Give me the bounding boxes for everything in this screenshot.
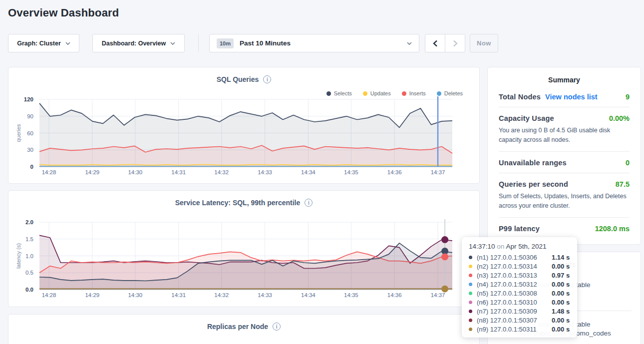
svg-text:30: 30 [27,147,33,153]
sql-queries-chart[interactable]: 030609012014:2814:2914:3014:3114:3214:33… [8,95,472,180]
sql-queries-title: SQL Queries [217,75,259,83]
tooltip-node-label: (n9) 127.0.0.1:50311 [477,326,552,333]
tooltip-node-value: 0.00 s [552,299,570,306]
tooltip-node-value: 0.00 s [552,317,570,324]
svg-text:0.0: 0.0 [25,287,33,293]
svg-text:120: 120 [24,96,33,102]
svg-text:14:35: 14:35 [344,169,358,175]
svg-text:90: 90 [27,113,33,119]
series-dot-icon [469,283,472,286]
tooltip-node-row: (n1) 127.0.0.1:503061.14 s [469,253,570,262]
svg-text:14:37: 14:37 [431,169,445,175]
summary-row: P99 latency1208.0 ms [499,217,630,239]
tooltip-node-value: 0.00 s [552,326,570,333]
tooltip-node-label: (n7) 127.0.0.1:50309 [477,308,552,315]
tooltip-node-row: (n7) 127.0.0.1:503091.48 s [469,307,570,316]
chevron-down-icon [65,42,70,45]
summary-row: Queries per second87.5Sum of Selects, Up… [499,173,630,217]
svg-text:14:28: 14:28 [42,292,56,298]
svg-text:14:33: 14:33 [258,292,272,298]
summary-row-label: Capacity Usage [499,114,554,122]
dashboard-dropdown[interactable]: Dashboard: Overview [92,34,185,52]
series-dot-icon [469,310,472,313]
chevron-right-icon [452,40,458,47]
svg-text:0.5: 0.5 [25,270,33,276]
tooltip-node-row: (n2) 127.0.0.1:503140.00 s [469,262,570,271]
chevron-down-icon [407,42,412,45]
svg-text:14:34: 14:34 [301,169,316,175]
summary-row-description: You are using 0 B of 4.5 GiB usable disk… [499,126,630,145]
summary-row-description: Sum of Selects, Updates, Inserts, and De… [499,192,630,211]
tooltip-node-label: (n4) 127.0.0.1:50312 [477,281,552,288]
summary-row-label: P99 latency [499,225,540,233]
time-nav-group [425,34,465,52]
svg-text:0: 0 [30,164,33,170]
svg-text:14:30: 14:30 [128,292,142,298]
tooltip-node-label: (n5) 127.0.0.1:50308 [477,290,552,297]
tooltip-node-label: (n1) 127.0.0.1:50306 [477,254,552,261]
svg-text:14:37: 14:37 [431,292,445,298]
summary-row-label: Unavailable ranges [499,159,567,167]
svg-text:14:30: 14:30 [128,169,142,175]
summary-row-value: 0 [626,159,630,167]
svg-text:1.5: 1.5 [25,236,33,242]
tooltip-node-row: (n9) 127.0.0.1:503110.00 s [469,325,570,334]
tooltip-timestamp: 14:37:10 on Apr 5th, 2021 [469,243,570,250]
series-dot-icon [469,274,472,277]
series-dot-icon [469,301,472,304]
summary-row-value: 9 [626,93,630,101]
tooltip-node-label: (n3) 127.0.0.1:50313 [477,272,552,279]
svg-text:14:29: 14:29 [85,292,99,298]
tooltip-node-value: 0.97 s [552,272,570,279]
summary-row-label: Total Nodes [499,93,541,101]
time-range-dropdown[interactable]: 10m Past 10 Minutes [209,34,419,52]
series-dot-icon [469,319,472,322]
now-button[interactable]: Now [470,34,498,52]
service-latency-title: Service Latency: SQL, 99th percentile [175,199,301,207]
series-dot-icon [469,328,472,331]
summary-row: Unavailable ranges0 [499,151,630,173]
tooltip-node-value: 0.00 s [552,263,570,270]
chevron-down-icon [170,42,175,45]
svg-text:14:36: 14:36 [387,169,402,175]
tooltip-node-row: (n5) 127.0.0.1:503080.00 s [469,289,570,298]
svg-text:14:28: 14:28 [42,169,56,175]
svg-text:14:32: 14:32 [214,169,229,175]
tooltip-node-row: (n6) 127.0.0.1:503100.00 s [469,298,570,307]
svg-text:14:29: 14:29 [85,169,99,175]
series-dot-icon [469,256,472,259]
tooltip-node-row: (n8) 127.0.0.1:503070.00 s [469,316,570,325]
svg-text:1.0: 1.0 [25,253,33,259]
service-latency-card: Service Latency: SQL, 99th percentile i … [8,190,480,307]
summary-row-value: 87.5 [616,180,630,188]
tooltip-node-value: 1.14 s [552,254,570,261]
y-axis-label: queries [15,124,21,142]
dashboard-dropdown-label: Dashboard: Overview [102,40,166,47]
info-icon[interactable]: i [263,75,271,83]
info-icon[interactable]: i [273,323,281,331]
svg-text:60: 60 [27,130,33,136]
time-range-badge: 10m [217,38,234,48]
toolbar-divider [198,34,199,52]
chart-hover-tooltip: 14:37:10 on Apr 5th, 2021 (n1) 127.0.0.1… [462,237,577,338]
svg-text:14:34: 14:34 [301,292,316,298]
graph-dropdown[interactable]: Graph: Cluster [8,34,79,52]
tooltip-node-row: (n3) 127.0.0.1:503130.97 s [469,271,570,280]
tooltip-node-row: (n4) 127.0.0.1:503120.00 s [469,280,570,289]
time-next-button[interactable] [445,34,465,52]
page-title: Overview Dashboard [8,6,119,19]
replicas-per-node-card: Replicas per Node i [8,314,480,344]
tooltip-node-label: (n6) 127.0.0.1:50310 [477,299,552,306]
service-latency-chart[interactable]: 0.00.51.01.52.014:2814:2914:3014:3114:32… [8,218,472,303]
time-prev-button[interactable] [425,34,445,52]
svg-text:14:33: 14:33 [258,169,272,175]
svg-text:14:32: 14:32 [214,292,229,298]
summary-row: Total NodesView nodes list9 [499,86,630,107]
y-axis-label: latency (s) [15,243,21,269]
summary-panel: Summary Total NodesView nodes list9Capac… [487,67,641,245]
summary-row: Capacity Usage0.00%You are using 0 B of … [499,107,630,151]
view-nodes-list-link[interactable]: View nodes list [545,93,598,101]
graph-dropdown-label: Graph: Cluster [17,40,61,47]
summary-title: Summary [488,67,641,86]
info-icon[interactable]: i [305,199,313,207]
